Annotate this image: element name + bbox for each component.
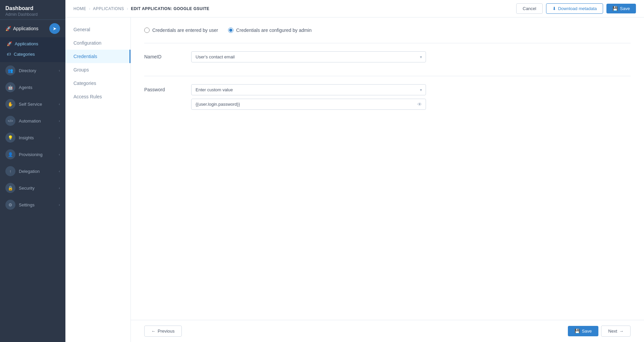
settings-icon: ⚙ <box>5 200 15 210</box>
tab-configuration[interactable]: Configuration <box>65 36 130 50</box>
breadcrumb-sep-1: › <box>89 6 90 11</box>
form-area: Credentials are entered by user Credenti… <box>131 17 644 320</box>
provisioning-icon: 👤 <box>5 149 15 159</box>
radio-admin-label: Credentials are configured by admin <box>236 28 312 33</box>
previous-button[interactable]: ← Previous <box>144 326 182 337</box>
arrow-left-icon: ← <box>151 329 156 334</box>
sidebar-apps-label: 🚀 Applications <box>5 26 39 31</box>
arrow-icon: ➤ <box>53 26 57 31</box>
sidebar-item-insights[interactable]: 💡 Insights ‹ <box>0 129 65 146</box>
content-area: General Configuration Credentials Groups… <box>65 17 644 342</box>
save-icon-top: 💾 <box>612 6 618 11</box>
nameid-control: User's contact email User's login Custom <box>191 51 426 62</box>
radio-option-user[interactable]: Credentials are entered by user <box>144 28 218 33</box>
arrow-right-icon: → <box>619 329 624 334</box>
sidebar-submenu: 🚀 Applications 🏷 Categories <box>0 37 65 62</box>
password-section: Password Enter custom value User's passw… <box>144 76 631 123</box>
password-select-wrapper: Enter custom value User's password Custo… <box>191 84 426 95</box>
chevron-icon: ‹ <box>59 186 60 190</box>
password-select[interactable]: Enter custom value User's password Custo… <box>191 84 426 95</box>
sidebar-apps-icon-circle: ➤ <box>49 23 60 34</box>
tab-access-rules[interactable]: Access Rules <box>65 90 130 103</box>
side-tabs: General Configuration Credentials Groups… <box>65 17 131 342</box>
nameid-select[interactable]: User's contact email User's login Custom <box>191 51 426 62</box>
main-content: HOME › APPLICATIONS › EDIT APPLICATION: … <box>65 0 644 342</box>
sidebar-apps-toggle[interactable]: 🚀 Applications ➤ <box>0 20 65 37</box>
topbar: HOME › APPLICATIONS › EDIT APPLICATION: … <box>65 0 644 17</box>
breadcrumb-sep-2: › <box>127 6 128 11</box>
radio-user-label: Credentials are entered by user <box>152 28 218 33</box>
security-icon: 🔒 <box>5 183 15 193</box>
sidebar-item-applications[interactable]: 🚀 Applications <box>0 39 65 49</box>
topbar-actions: Cancel ⬇ Download metadata 💾 Save <box>516 3 636 14</box>
password-visibility-toggle[interactable]: 👁 <box>417 101 423 108</box>
chevron-icon: ‹ <box>59 152 60 156</box>
sidebar-item-self-service[interactable]: ✋ Self Service ‹ <box>0 96 65 112</box>
radio-option-admin[interactable]: Credentials are configured by admin <box>228 28 312 33</box>
password-value-wrapper: 👁 <box>191 99 426 110</box>
sidebar-item-provisioning[interactable]: 👤 Provisioning ‹ <box>0 146 65 163</box>
chevron-icon: ‹ <box>59 169 60 173</box>
delegation-icon: ↑ <box>5 166 15 176</box>
password-row: Password Enter custom value User's passw… <box>144 84 631 110</box>
sidebar-item-security[interactable]: 🔒 Security ‹ <box>0 180 65 196</box>
sidebar-subtitle: Admin Dashboard <box>5 12 60 17</box>
sidebar-item-agents[interactable]: 🤖 Agents <box>0 79 65 96</box>
cancel-button[interactable]: Cancel <box>516 3 542 14</box>
sidebar-item-categories[interactable]: 🏷 Categories <box>0 49 65 59</box>
save-bottom-button[interactable]: 💾 Save <box>568 326 599 336</box>
automation-icon: </> <box>5 116 15 126</box>
radio-entered-by-user[interactable] <box>144 28 150 33</box>
tab-general[interactable]: General <box>65 23 130 36</box>
chevron-icon: ‹ <box>59 136 60 140</box>
breadcrumb-applications[interactable]: APPLICATIONS <box>93 6 124 11</box>
sidebar: Dashboard Admin Dashboard 🚀 Applications… <box>0 0 65 342</box>
radio-configured-by-admin[interactable] <box>228 28 233 33</box>
tab-credentials[interactable]: Credentials <box>65 50 130 63</box>
chevron-icon: ‹ <box>59 203 60 207</box>
bottom-right-actions: 💾 Save Next → <box>568 326 631 337</box>
sidebar-header: Dashboard Admin Dashboard <box>0 0 65 20</box>
save-icon-bottom: 💾 <box>575 329 580 334</box>
directory-icon: 👥 <box>5 65 15 76</box>
chevron-icon: ‹ <box>59 68 60 72</box>
next-button[interactable]: Next → <box>601 326 631 337</box>
chevron-icon: ‹ <box>59 102 60 106</box>
rocket-icon: 🚀 <box>5 26 11 31</box>
sidebar-item-delegation[interactable]: ↑ Delegation ‹ <box>0 163 65 180</box>
nameid-label: NameID <box>144 51 184 59</box>
nameid-select-wrapper: User's contact email User's login Custom <box>191 51 426 62</box>
agents-icon: 🤖 <box>5 82 15 92</box>
self-service-icon: ✋ <box>5 99 15 109</box>
eye-icon: 👁 <box>417 102 422 107</box>
password-control: Enter custom value User's password Custo… <box>191 84 426 110</box>
credential-type-radio-group: Credentials are entered by user Credenti… <box>144 28 631 33</box>
tab-groups[interactable]: Groups <box>65 63 130 77</box>
password-label: Password <box>144 84 184 92</box>
sidebar-title: Dashboard <box>5 5 60 11</box>
breadcrumb-home[interactable]: HOME <box>73 6 86 11</box>
breadcrumb: HOME › APPLICATIONS › EDIT APPLICATION: … <box>73 6 209 11</box>
applications-icon: 🚀 <box>7 41 12 46</box>
breadcrumb-current: EDIT APPLICATION: GOOGLE GSUITE <box>131 6 209 11</box>
sidebar-item-automation[interactable]: </> Automation ‹ <box>0 112 65 129</box>
chevron-icon: ‹ <box>59 119 60 123</box>
download-icon: ⬇ <box>552 6 556 11</box>
sidebar-item-directory[interactable]: 👥 Directory ‹ <box>0 62 65 79</box>
password-value-input[interactable] <box>191 99 426 110</box>
tab-categories[interactable]: Categories <box>65 77 130 90</box>
insights-icon: 💡 <box>5 133 15 143</box>
bottom-bar: ← Previous 💾 Save Next → <box>131 320 644 342</box>
nameid-row: NameID User's contact email User's login… <box>144 51 631 62</box>
categories-icon: 🏷 <box>7 52 11 57</box>
nameid-section: NameID User's contact email User's login… <box>144 43 631 76</box>
sidebar-item-settings[interactable]: ⚙ Settings ‹ <box>0 196 65 213</box>
download-metadata-button[interactable]: ⬇ Download metadata <box>546 3 603 14</box>
save-top-button[interactable]: 💾 Save <box>606 4 636 13</box>
